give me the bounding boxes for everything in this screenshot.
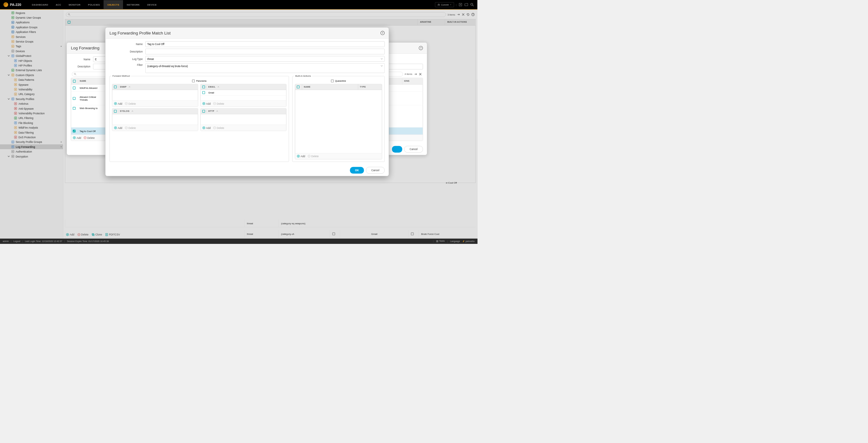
sort-icon bbox=[132, 110, 133, 112]
footer-last-login: Last Login Time: 12/18/2020 12:42:37 bbox=[25, 240, 62, 242]
help-icon[interactable]: ? bbox=[419, 46, 423, 50]
row-name[interactable]: Tag to Cool Off bbox=[78, 128, 97, 134]
ba-name-col[interactable]: NAME bbox=[302, 84, 358, 90]
filter-label: Filter bbox=[110, 63, 146, 66]
footer-logout[interactable]: Logout bbox=[13, 240, 20, 242]
desc-label: Description bbox=[71, 65, 93, 68]
syslog-table: SYSLOG Add Delete bbox=[112, 108, 198, 131]
col-ba: IONS bbox=[402, 78, 423, 84]
name-label: Name bbox=[110, 43, 146, 46]
footer-language[interactable]: Language bbox=[450, 240, 460, 242]
row-checkbox[interactable] bbox=[202, 91, 205, 94]
description-label: Description bbox=[110, 50, 146, 53]
email-table: EMAIL Gmail Add Delete bbox=[200, 84, 286, 107]
ok-button[interactable]: OK bbox=[350, 167, 364, 173]
snmp-add[interactable]: Add bbox=[114, 102, 122, 105]
row-checkbox[interactable] bbox=[73, 87, 75, 90]
footer-tasks[interactable]: Tasks bbox=[436, 240, 445, 243]
selectall-checkbox[interactable] bbox=[73, 80, 76, 83]
inner-delete-link[interactable]: Delete bbox=[84, 136, 95, 139]
selectall-checkbox[interactable] bbox=[297, 86, 300, 89]
svg-rect-86 bbox=[436, 241, 438, 241]
log-type-value: threat bbox=[147, 58, 154, 60]
help-icon[interactable]: ? bbox=[380, 31, 384, 35]
selectall-checkbox[interactable] bbox=[202, 86, 205, 89]
panorama-label: Panorama bbox=[196, 80, 206, 82]
http-delete[interactable]: Delete bbox=[213, 126, 224, 129]
modal1-ok[interactable] bbox=[392, 146, 402, 153]
selectall-checkbox[interactable] bbox=[202, 110, 205, 113]
email-delete[interactable]: Delete bbox=[213, 102, 224, 105]
inner-add-link[interactable]: Add bbox=[73, 136, 81, 139]
selectall-checkbox[interactable] bbox=[114, 86, 117, 89]
svg-rect-88 bbox=[436, 242, 438, 242]
email-add[interactable]: Add bbox=[202, 102, 211, 105]
paloalto-logo: ⫽paloalto bbox=[462, 240, 474, 243]
arrow-right-icon[interactable] bbox=[414, 73, 417, 76]
cancel-button[interactable]: Cancel bbox=[366, 167, 384, 173]
snmp-table: SNMP Add Delete bbox=[112, 84, 198, 107]
http-header[interactable]: HTTP bbox=[206, 110, 214, 113]
search-icon bbox=[74, 73, 77, 75]
quarantine-checkbox[interactable] bbox=[331, 80, 334, 82]
ba-add[interactable]: Add bbox=[297, 155, 305, 158]
row-checkbox-checked[interactable] bbox=[73, 130, 75, 132]
footer-user[interactable]: admin bbox=[3, 240, 9, 242]
close-icon[interactable] bbox=[419, 73, 422, 76]
builtin-actions-table: NAME TYPE Add Delete bbox=[295, 84, 382, 159]
inner-items-count: 4 items bbox=[404, 73, 412, 75]
modal2-title: Log Forwarding Profile Match List bbox=[110, 30, 171, 35]
footer: admin | Logout | Last Login Time: 12/18/… bbox=[0, 239, 477, 244]
row-checkbox[interactable] bbox=[73, 107, 75, 110]
panorama-checkbox[interactable] bbox=[192, 80, 195, 82]
syslog-add[interactable]: Add bbox=[114, 126, 122, 129]
syslog-delete[interactable]: Delete bbox=[125, 126, 136, 129]
http-add[interactable]: Add bbox=[202, 126, 211, 129]
snmp-delete[interactable]: Delete bbox=[125, 102, 136, 105]
svg-point-73 bbox=[74, 73, 75, 74]
sort-icon bbox=[217, 86, 219, 88]
row-checkbox[interactable] bbox=[73, 97, 75, 100]
match-name-input[interactable] bbox=[145, 41, 384, 47]
modal1-title: Log Forwarding bbox=[71, 46, 99, 50]
http-table: HTTP Add Delete bbox=[200, 108, 286, 131]
log-type-select[interactable]: threat bbox=[145, 56, 384, 62]
filter-value: (category-of-threatid eq brute-force) bbox=[147, 65, 188, 67]
match-list-modal: Log Forwarding Profile Match List ? Name… bbox=[105, 27, 389, 176]
email-header[interactable]: EMAIL bbox=[206, 86, 215, 88]
email-row-value: Gmail bbox=[206, 91, 214, 94]
logtype-label: Log Type bbox=[110, 58, 146, 60]
match-desc-input[interactable] bbox=[145, 49, 384, 54]
svg-rect-87 bbox=[436, 241, 438, 242]
selectall-checkbox[interactable] bbox=[114, 110, 117, 113]
sort-icon bbox=[129, 86, 130, 88]
quarantine-label: Quarantine bbox=[335, 80, 346, 82]
modal1-cancel[interactable]: Cancel bbox=[404, 146, 423, 153]
sort-icon bbox=[216, 110, 218, 112]
email-row[interactable]: Gmail bbox=[201, 90, 286, 95]
snmp-header[interactable]: SNMP bbox=[118, 86, 126, 88]
chevron-down-icon bbox=[380, 65, 383, 67]
forward-method-legend: Forward Method bbox=[112, 74, 131, 77]
builtin-legend: Built-in Actions bbox=[294, 74, 312, 77]
row-name[interactable]: Web Browsing to bbox=[78, 105, 99, 112]
syslog-header[interactable]: SYSLOG bbox=[118, 110, 129, 113]
ba-delete[interactable]: Delete bbox=[308, 155, 319, 158]
ba-type-col[interactable]: TYPE bbox=[358, 84, 382, 90]
name-label: Name bbox=[71, 58, 93, 61]
row-name[interactable]: WildFire Allowed bbox=[78, 85, 99, 91]
row-name[interactable]: Allowed Critical Threats bbox=[78, 94, 98, 103]
filter-select[interactable]: (category-of-threatid eq brute-force) bbox=[145, 63, 384, 73]
chevron-down-icon bbox=[380, 58, 383, 60]
footer-expire: Session Expire Time: 01/17/2020 16:45:38 bbox=[67, 240, 109, 242]
